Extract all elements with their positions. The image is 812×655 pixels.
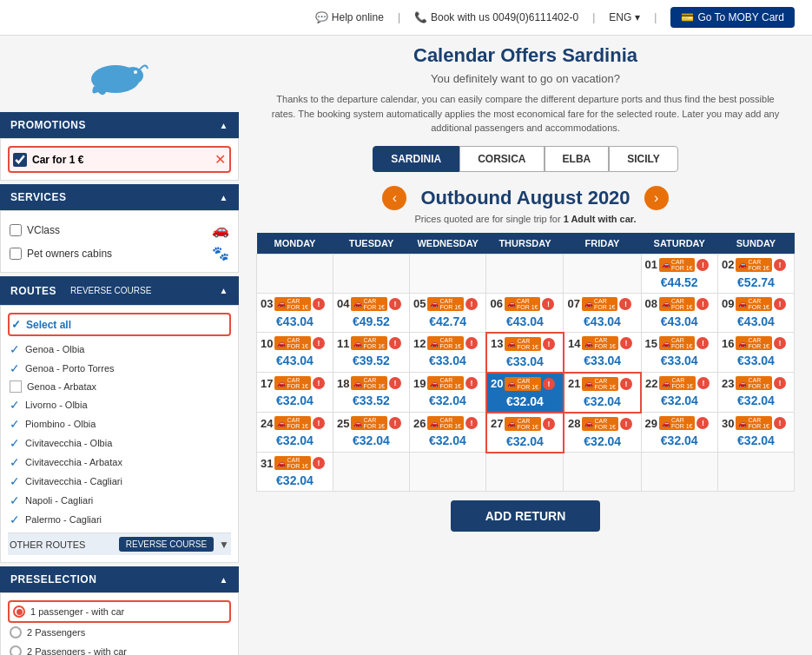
info-icon[interactable]: ! <box>774 337 786 349</box>
info-icon[interactable]: ! <box>465 337 478 349</box>
tab-corsica[interactable]: CORSICA <box>459 146 544 172</box>
calendar-cell[interactable]: 16🚗 CARFOR 1€!€33.04 <box>718 333 795 373</box>
info-icon[interactable]: ! <box>774 377 786 389</box>
services-chevron[interactable]: ▲ <box>220 193 228 202</box>
calendar-cell[interactable]: 04🚗 CARFOR 1€!€49.52 <box>333 293 409 333</box>
info-icon[interactable]: ! <box>389 417 401 429</box>
calendar-cell[interactable]: 27🚗 CARFOR 1€!€32.04 <box>486 413 564 453</box>
calendar-cell[interactable]: 24🚗 CARFOR 1€!€32.04 <box>257 413 333 453</box>
calendar-cell[interactable]: 03🚗 CARFOR 1€!€43.04 <box>257 293 333 333</box>
route-civitavecchia-arbatax[interactable]: ✓ Civitavecchia - Arbatax <box>8 453 231 472</box>
other-routes-row[interactable]: OTHER ROUTES REVERSE COURSE ▼ <box>8 533 231 555</box>
info-icon[interactable]: ! <box>465 377 478 389</box>
route-genoa-olbia[interactable]: ✓ Genoa - Olbia <box>8 340 231 359</box>
presel-item-selected[interactable]: 1 passenger - with car <box>8 600 231 623</box>
select-all-row[interactable]: ✓ Select all <box>8 313 231 336</box>
calendar-cell[interactable]: 17🚗 CARFOR 1€!€32.04 <box>257 373 333 413</box>
info-icon[interactable]: ! <box>620 337 632 349</box>
calendar-cell[interactable]: 15🚗 CARFOR 1€!€33.04 <box>641 333 718 373</box>
route-napoli-cagliari[interactable]: ✓ Napoli - Cagliari <box>8 491 231 510</box>
info-icon[interactable]: ! <box>389 377 401 389</box>
info-icon[interactable]: ! <box>389 298 401 310</box>
info-icon[interactable]: ! <box>465 417 478 429</box>
calendar-cell[interactable]: 26🚗 CARFOR 1€!€32.04 <box>409 413 486 453</box>
info-icon[interactable]: ! <box>696 259 709 271</box>
info-icon[interactable]: ! <box>542 298 554 310</box>
calendar-cell[interactable]: 25🚗 CARFOR 1€!€32.04 <box>333 413 409 453</box>
calendar-cell[interactable]: 23🚗 CARFOR 1€!€32.04 <box>718 373 795 413</box>
calendar-cell[interactable]: 09🚗 CARFOR 1€!€43.04 <box>718 293 795 333</box>
calendar-cell[interactable]: 02🚗 CARFOR 1€!€52.74 <box>718 254 795 293</box>
calendar-cell[interactable]: 11🚗 CARFOR 1€!€39.52 <box>333 333 409 373</box>
promotions-chevron[interactable]: ▲ <box>220 121 228 130</box>
tab-sicily[interactable]: SICILY <box>609 146 678 172</box>
route-piombino-olbia[interactable]: ✓ Piombino - Olbia <box>8 414 231 433</box>
calendar-cell[interactable]: 08🚗 CARFOR 1€!€43.04 <box>641 293 718 333</box>
calendar-cell[interactable]: 01🚗 CARFOR 1€!€44.52 <box>641 254 718 293</box>
info-icon[interactable]: ! <box>620 378 632 390</box>
info-icon[interactable]: ! <box>697 377 710 389</box>
calendar-cell[interactable]: 30🚗 CARFOR 1€!€32.04 <box>718 413 795 453</box>
info-icon[interactable]: ! <box>313 298 325 310</box>
preselection-chevron[interactable]: ▲ <box>220 575 228 585</box>
route-genoa-porto-torres[interactable]: ✓ Genoa - Porto Torres <box>8 359 231 378</box>
calendar-cell[interactable]: 21🚗 CARFOR 1€!€32.04 <box>564 373 641 413</box>
info-icon[interactable]: ! <box>543 378 555 390</box>
info-icon[interactable]: ! <box>313 377 325 389</box>
calendar-cell[interactable]: 06🚗 CARFOR 1€!€43.04 <box>486 293 564 333</box>
vclass-checkbox[interactable] <box>10 224 22 236</box>
moby-card-button[interactable]: 💳 Go To MOBY Card <box>670 7 795 28</box>
calendar-cell[interactable]: 28🚗 CARFOR 1€!€32.04 <box>564 413 641 453</box>
info-icon[interactable]: ! <box>619 298 631 310</box>
route-livorno-olbia[interactable]: ✓ Livorno - Olbia <box>8 395 231 414</box>
calendar-cell[interactable]: 13🚗 CARFOR 1€!€33.04 <box>486 333 564 373</box>
book-phone[interactable]: 📞 Book with us 0049(0)6111402-0 <box>414 11 578 23</box>
info-icon[interactable]: ! <box>543 338 555 350</box>
info-icon[interactable]: ! <box>696 298 709 310</box>
help-online[interactable]: 💬 Help online <box>315 11 384 23</box>
calendar-cell[interactable]: 14🚗 CARFOR 1€!€33.04 <box>564 333 641 373</box>
info-icon[interactable]: ! <box>774 259 786 271</box>
prev-month-button[interactable]: ‹ <box>382 186 406 210</box>
promo-car-item[interactable]: Car for 1 € ✕ <box>8 146 231 173</box>
calendar-cell[interactable]: 22🚗 CARFOR 1€!€32.04 <box>641 373 718 413</box>
promo-remove-icon[interactable]: ✕ <box>215 151 226 168</box>
presel-item-2pax[interactable]: 2 Passengers <box>8 623 231 642</box>
info-icon[interactable]: ! <box>465 298 478 310</box>
routes-chevron[interactable]: ▲ <box>220 286 228 295</box>
route-civitavecchia-cagliari[interactable]: ✓ Civitavecchia - Cagliari <box>8 472 231 491</box>
info-icon[interactable]: ! <box>313 337 325 349</box>
promo-car-checkbox[interactable] <box>13 153 27 167</box>
calendar-cell[interactable]: 18🚗 CARFOR 1€!€33.52 <box>333 373 409 413</box>
calendar-cell[interactable]: 12🚗 CARFOR 1€!€33.04 <box>409 333 486 373</box>
calendar-cell[interactable]: 10🚗 CARFOR 1€!€43.04 <box>257 333 333 373</box>
calendar-cell[interactable]: 05🚗 CARFOR 1€!€42.74 <box>409 293 486 333</box>
pet-cabins-checkbox[interactable] <box>10 248 22 260</box>
info-icon[interactable]: ! <box>774 298 786 310</box>
info-icon[interactable]: ! <box>313 417 325 429</box>
calendar-cell[interactable]: 07🚗 CARFOR 1€!€43.04 <box>564 293 641 333</box>
tab-elba[interactable]: ELBA <box>545 146 610 172</box>
tab-sardinia[interactable]: SARDINIA <box>373 146 459 172</box>
info-icon[interactable]: ! <box>389 337 401 349</box>
route-palermo-cagliari[interactable]: ✓ Palermo - Cagliari <box>8 510 231 529</box>
language-selector[interactable]: ENG ▾ <box>609 11 640 23</box>
info-icon[interactable]: ! <box>696 337 709 349</box>
info-icon[interactable]: ! <box>696 417 709 429</box>
info-icon[interactable]: ! <box>543 418 555 430</box>
add-return-button[interactable]: ADD RETURN <box>451 500 601 532</box>
next-month-button[interactable]: › <box>644 186 669 210</box>
info-icon[interactable]: ! <box>774 417 786 429</box>
calendar-cell[interactable]: 31🚗 CARFOR 1€!€32.04 <box>257 453 333 492</box>
route-genoa-arbatax[interactable]: Genoa - Arbatax <box>8 378 231 395</box>
promotions-header: PROMOTIONS ▲ <box>0 112 239 138</box>
other-reverse-course-button[interactable]: REVERSE COURSE <box>119 537 214 552</box>
route-civitavecchia-olbia[interactable]: ✓ Civitavecchia - Olbia <box>8 433 231 453</box>
calendar-cell[interactable]: 19🚗 CARFOR 1€!€32.04 <box>409 373 486 413</box>
presel-item-2pax-car[interactable]: 2 Passengers - with car <box>8 642 231 655</box>
info-icon[interactable]: ! <box>313 457 325 469</box>
calendar-cell[interactable]: 29🚗 CARFOR 1€!€32.04 <box>641 413 718 453</box>
calendar-cell[interactable]: 20🚗 CARFOR 1€!€32.04 <box>486 373 564 413</box>
reverse-course-button[interactable]: REVERSE COURSE <box>63 283 158 298</box>
info-icon[interactable]: ! <box>620 418 632 430</box>
